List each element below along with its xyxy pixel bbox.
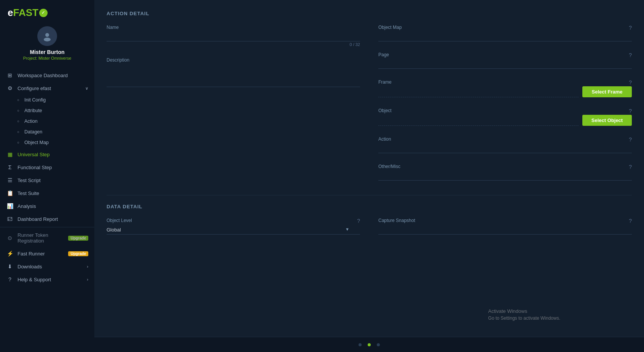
object-level-label: Object Level	[107, 218, 360, 223]
name-field: Name 0 / 32	[107, 25, 360, 47]
configure-submenu: ○ Init Config ○ Attribute ○ Action ○ Dat…	[0, 95, 94, 148]
upgrade-badge-orange: Upgrade	[68, 251, 88, 256]
object-map-field: Object Map ?	[378, 25, 632, 41]
sidebar-label: Configure efast	[18, 86, 84, 91]
user-name: Mister Burton	[30, 49, 65, 55]
name-input[interactable]	[107, 32, 360, 41]
grid-check-icon: ▦	[6, 151, 14, 157]
other-misc-help-icon[interactable]: ?	[629, 164, 632, 170]
frame-field: Frame Select Frame ?	[378, 79, 632, 97]
sidebar-label: Dashboard Report	[18, 216, 88, 222]
svg-point-0	[45, 33, 49, 37]
object-level-select-wrapper: Global ▼	[107, 225, 360, 235]
chevron-down-icon: ∨	[85, 86, 88, 91]
logo-icon: ✓	[39, 9, 48, 17]
page-help-icon[interactable]: ?	[629, 52, 632, 58]
action-input[interactable]	[378, 143, 632, 153]
sidebar-item-object-map[interactable]: ○ Object Map	[11, 137, 94, 148]
frame-input-group: Select Frame	[378, 86, 632, 97]
object-field: Object Select Object ?	[378, 108, 632, 126]
select-frame-button[interactable]: Select Frame	[582, 86, 632, 97]
sidebar-item-runner-token[interactable]: ⊙ Runner Token Registration Upgrade	[0, 229, 94, 247]
frame-input[interactable]	[378, 87, 579, 97]
user-project: Project: Mister Omniverse	[23, 56, 72, 60]
action-field: Action ?	[378, 136, 632, 153]
sidebar: eFAST ✓ Mister Burton Project: Mister Om…	[0, 0, 94, 352]
capture-snapshot-field: Capture Snapshot ?	[378, 218, 632, 235]
capture-snapshot-label: Capture Snapshot	[378, 218, 632, 223]
frame-label: Frame	[378, 79, 632, 85]
indicator-dot	[359, 343, 362, 346]
sidebar-item-universal-step[interactable]: ▦ Universal Step	[0, 148, 94, 161]
capture-snapshot-input[interactable]	[378, 225, 632, 235]
sidebar-label: Datagen	[24, 129, 89, 135]
section-divider	[107, 195, 632, 195]
sidebar-item-test-script[interactable]: ☰ Test Script	[0, 174, 94, 187]
object-map-label: Object Map	[378, 25, 632, 30]
sigma-icon: Σ	[6, 164, 14, 170]
svg-point-1	[44, 38, 51, 41]
object-level-select[interactable]: Global	[107, 225, 360, 235]
chevron-right-icon: ›	[87, 264, 88, 269]
object-level-field: Object Level Global ▼ ?	[107, 218, 360, 235]
logo-area: eFAST ✓	[0, 0, 94, 22]
avatar	[37, 26, 57, 46]
circle-icon: ○	[15, 130, 21, 134]
action-help-icon[interactable]: ?	[629, 136, 632, 143]
circle-icon: ○	[15, 109, 21, 113]
sidebar-label: Universal Step	[18, 152, 88, 157]
indicator-dot-active	[368, 343, 371, 346]
object-input[interactable]	[378, 116, 579, 126]
sidebar-nav: ⊞ Workspace Dashboard ⚙ Configure efast …	[0, 67, 94, 348]
circle-icon: ○	[15, 98, 21, 102]
page-input[interactable]	[378, 59, 632, 69]
object-input-group: Select Object	[378, 115, 632, 126]
description-label: Description	[107, 57, 360, 63]
frame-help-icon[interactable]: ?	[629, 79, 632, 86]
sidebar-item-action[interactable]: ○ Action	[11, 116, 94, 127]
list-icon: ☰	[6, 177, 14, 183]
circle-icon: ○	[15, 141, 21, 144]
sidebar-label: Init Config	[24, 97, 89, 103]
object-level-help-icon[interactable]: ?	[357, 218, 360, 224]
select-object-button[interactable]: Select Object	[582, 115, 632, 126]
action-detail-title: ACTION DETAIL	[107, 11, 632, 16]
sidebar-label: Attribute	[24, 108, 89, 113]
logo-fast: FAST	[13, 7, 38, 18]
sidebar-item-attribute[interactable]: ○ Attribute	[11, 105, 94, 116]
object-map-help-icon[interactable]: ?	[629, 25, 632, 31]
circle-icon: ○	[15, 119, 21, 123]
other-misc-input[interactable]	[378, 171, 632, 181]
sidebar-item-fast-runner[interactable]: ⚡ Fast Runner Upgrade	[0, 247, 94, 260]
object-label: Object	[378, 108, 632, 113]
sidebar-label: Analysis	[18, 203, 88, 209]
sidebar-item-functional-step[interactable]: Σ Functional Step	[0, 161, 94, 174]
sidebar-label: Fast Runner	[18, 251, 66, 257]
page-field: Page ?	[378, 52, 632, 69]
sidebar-label: Downloads	[18, 264, 85, 270]
sidebar-item-init-config[interactable]: ○ Init Config	[11, 95, 94, 105]
object-map-input[interactable]	[378, 32, 632, 41]
sidebar-item-configure-efast[interactable]: ⚙ Configure efast ∨	[0, 82, 94, 95]
sidebar-item-analysis[interactable]: 📊 Analysis	[0, 200, 94, 212]
sidebar-item-help-support[interactable]: ? Help & Support ›	[0, 273, 94, 286]
grid-icon: ⊞	[6, 72, 14, 78]
sidebar-item-dashboard-report[interactable]: 🗠 Dashboard Report	[0, 212, 94, 225]
sidebar-item-test-suite[interactable]: 📋 Test Suite	[0, 187, 94, 200]
help-icon: ?	[6, 276, 14, 282]
clipboard-icon: 📋	[6, 190, 14, 196]
sidebar-label: Action	[24, 119, 89, 124]
sidebar-label: Test Script	[18, 178, 88, 183]
sidebar-item-downloads[interactable]: ⬇ Downloads ›	[0, 260, 94, 273]
page-label: Page	[378, 52, 632, 57]
object-help-icon[interactable]: ?	[629, 108, 632, 114]
capture-snapshot-help-icon[interactable]: ?	[629, 218, 632, 224]
sidebar-label: Object Map	[24, 140, 89, 145]
sidebar-item-workspace-dashboard[interactable]: ⊞ Workspace Dashboard	[0, 69, 94, 82]
sidebar-item-datagen[interactable]: ○ Datagen	[11, 127, 94, 137]
sidebar-label: Test Suite	[18, 190, 88, 196]
bottom-bar	[94, 337, 644, 352]
description-input[interactable]	[107, 64, 360, 87]
lightning-icon: ⚡	[6, 251, 14, 257]
action-detail-form: Name 0 / 32 Description Object Map ?	[107, 25, 632, 191]
